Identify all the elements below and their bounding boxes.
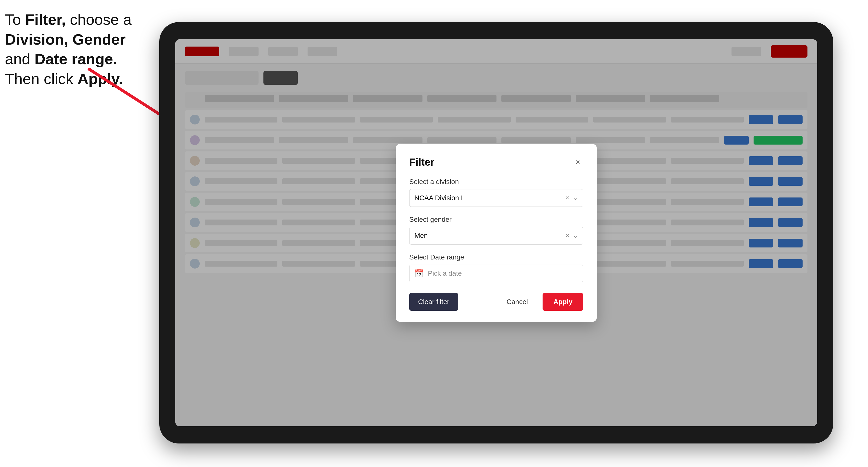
gender-select-value: Men <box>414 232 428 240</box>
filter-modal: Filter × Select a division NCAA Division… <box>396 144 597 322</box>
apply-button[interactable]: Apply <box>542 293 583 311</box>
tablet-frame: Filter × Select a division NCAA Division… <box>159 22 833 443</box>
date-form-group: Select Date range 📅 Pick a date <box>409 253 583 282</box>
modal-header: Filter × <box>409 156 583 168</box>
gender-select[interactable]: Men × ⌄ <box>409 227 583 245</box>
clear-filter-button[interactable]: Clear filter <box>409 293 458 311</box>
clear-gender-icon[interactable]: × <box>566 232 569 239</box>
apply-bold: Apply. <box>78 70 123 87</box>
clear-icon[interactable]: × <box>566 194 569 201</box>
filter-bold: Filter, <box>25 11 66 28</box>
chevron-gender-icon: ⌄ <box>573 232 578 239</box>
instruction-text: To Filter, choose a Division, Gender and… <box>5 10 147 89</box>
gender-form-group: Select gender Men × ⌄ <box>409 216 583 245</box>
date-label: Select Date range <box>409 253 583 261</box>
tablet-screen: Filter × Select a division NCAA Division… <box>175 39 817 426</box>
division-select-controls: × ⌄ <box>566 194 578 201</box>
division-form-group: Select a division NCAA Division I × ⌄ <box>409 178 583 207</box>
gender-select-controls: × ⌄ <box>566 232 578 239</box>
cancel-button[interactable]: Cancel <box>498 293 537 311</box>
chevron-icon: ⌄ <box>573 194 578 201</box>
date-input[interactable]: 📅 Pick a date <box>409 264 583 282</box>
gender-label: Select gender <box>409 216 583 223</box>
calendar-icon: 📅 <box>414 269 424 278</box>
date-range-bold: Date range. <box>35 51 117 67</box>
close-icon: × <box>576 158 580 166</box>
close-button[interactable]: × <box>572 157 583 167</box>
modal-footer: Clear filter Cancel Apply <box>409 293 583 311</box>
date-placeholder: Pick a date <box>428 270 462 277</box>
modal-overlay: Filter × Select a division NCAA Division… <box>175 39 817 426</box>
instruction-line1: To Filter, choose a <box>5 11 132 28</box>
modal-title: Filter <box>409 156 434 168</box>
division-select-value: NCAA Division I <box>414 194 463 202</box>
and-date-text: and Date range. <box>5 51 117 67</box>
division-gender-bold: Division, Gender <box>5 31 126 48</box>
then-click-text: Then click Apply. <box>5 70 123 87</box>
footer-right-buttons: Cancel Apply <box>498 293 583 311</box>
division-select[interactable]: NCAA Division I × ⌄ <box>409 189 583 207</box>
division-label: Select a division <box>409 178 583 186</box>
